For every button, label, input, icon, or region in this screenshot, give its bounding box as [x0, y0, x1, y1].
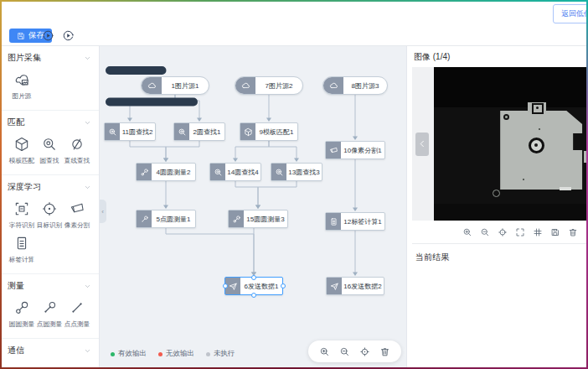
plate-stub — [584, 151, 586, 163]
image-toolbar — [412, 221, 588, 244]
tool-label: 圆圆测量 — [8, 320, 34, 328]
send-icon — [330, 282, 339, 291]
sidebar-collapse-handle[interactable]: ‹ — [99, 200, 106, 223]
node-n10[interactable]: 10像素分割1 — [325, 141, 385, 159]
legend-dot — [158, 352, 162, 356]
line-search-icon — [69, 136, 85, 153]
device-icon — [13, 364, 30, 369]
grid-icon[interactable] — [533, 227, 543, 237]
sidebar-section-title: 深度学习 — [8, 181, 41, 193]
back-to-lowcode-button[interactable]: 返回低代 — [553, 4, 588, 23]
node-n16[interactable]: 16发送数据2 — [326, 277, 384, 295]
expand-icon[interactable] — [515, 227, 525, 237]
node-n4[interactable]: 4圆圆测量2 — [136, 163, 196, 181]
tool-measure-cc[interactable]: 圆圆测量 — [8, 299, 35, 329]
sidebar-section-items: 模板匹配圆查找直线查找 — [8, 136, 91, 170]
menu-icon[interactable] — [26, 8, 39, 20]
doc-icon — [326, 213, 341, 230]
zoom-out-icon[interactable] — [480, 227, 490, 237]
tool-measure-pc[interactable]: 点圆测量 — [35, 299, 63, 329]
node-label: 6发送数据1 — [240, 278, 282, 294]
tool-doc[interactable]: 标签计算 — [8, 235, 35, 264]
zoom-in-icon[interactable] — [462, 227, 472, 237]
bearing-ring — [529, 138, 544, 153]
plate-foot-detail — [493, 190, 500, 197]
legend-label: 有效输出 — [118, 349, 147, 359]
run-button[interactable] — [42, 29, 54, 42]
node-n12[interactable]: 12标签计算1 — [325, 212, 385, 231]
tool-segment[interactable]: 像素分割 — [63, 200, 90, 230]
run-once-button[interactable] — [62, 29, 75, 42]
trash-icon[interactable] — [568, 227, 578, 237]
tool-label: 点圆测量 — [36, 320, 61, 328]
measure-pp-icon — [69, 299, 85, 316]
zoom-out-icon[interactable] — [339, 346, 350, 357]
floppy-icon[interactable] — [550, 227, 560, 237]
node-n15[interactable]: 15圆圆测量3 — [228, 210, 288, 228]
right-panel: 图像 (1/4) 当前结果 — [406, 46, 588, 369]
port-top[interactable] — [251, 275, 256, 280]
zoom-in-icon[interactable] — [319, 346, 330, 357]
app-window: 返回低代 保存 图片采集图片源匹配模板匹配圆查找直线查找深度学习字符识别目标识别… — [0, 0, 588, 369]
node-label: 13圆查找3 — [286, 164, 322, 180]
tool-line-search[interactable]: 直线查找 — [63, 136, 90, 165]
tool-label: 像素分割 — [64, 221, 89, 229]
tool-circle-search[interactable]: 圆查找 — [35, 136, 63, 165]
image-dark-band — [434, 67, 586, 107]
sidebar-section-items — [8, 364, 91, 369]
inspection-image — [434, 67, 586, 221]
sidebar-section-header[interactable]: 深度学习 — [8, 181, 91, 193]
tool-ocr[interactable]: 字符识别 — [8, 200, 35, 230]
measure-cc-icon — [140, 168, 149, 177]
prev-image-button[interactable] — [415, 133, 429, 156]
sidebar-section-header[interactable]: 通信 — [8, 345, 91, 356]
chevron-down-icon — [84, 347, 91, 355]
segment-icon — [69, 200, 85, 217]
node-n14[interactable]: 14圆查找4 — [209, 163, 261, 181]
measure-cc-icon — [13, 299, 30, 316]
chevron-left-icon — [418, 139, 427, 148]
port-right[interactable] — [281, 283, 286, 288]
node-n8[interactable]: 8图片源3 — [322, 76, 388, 95]
trash-icon[interactable] — [379, 346, 390, 357]
tool-cube[interactable]: 模板匹配 — [8, 136, 35, 165]
port-bottom[interactable] — [251, 293, 256, 298]
image-viewer — [412, 67, 586, 221]
play-circle-icon — [42, 29, 54, 42]
legend-dot — [111, 352, 115, 356]
app-header: 返回低代 — [0, 0, 588, 28]
segment-icon — [329, 146, 338, 155]
chevron-down-icon — [84, 283, 91, 290]
node-label: 16发送数据2 — [342, 278, 384, 294]
segment-icon — [326, 142, 341, 159]
save-icon — [17, 32, 25, 40]
target-icon — [41, 200, 58, 217]
node-n6[interactable]: 6发送数据1 — [224, 277, 283, 295]
circle-search-icon — [210, 164, 225, 180]
legend-label: 无效输出 — [166, 349, 194, 359]
node-n13[interactable]: 13圆查找3 — [271, 163, 322, 181]
sidebar-section-items: 圆圆测量点圆测量点点测量 — [8, 299, 91, 334]
toolbar: 保存 — [0, 27, 588, 46]
sidebar-section-items: 字符识别目标识别像素分割标签计算 — [8, 200, 91, 269]
legend-item: 有效输出 — [111, 349, 147, 359]
tool-measure-pp[interactable]: 点点测量 — [63, 299, 90, 329]
sidebar-section-title: 通信 — [8, 345, 24, 356]
locate-icon[interactable] — [498, 227, 508, 237]
tool-device[interactable] — [8, 364, 35, 369]
port-left[interactable] — [223, 283, 228, 288]
bright-reflection — [560, 187, 571, 190]
measure-cc-icon — [229, 210, 244, 227]
locate-icon[interactable] — [359, 346, 370, 357]
tool-target[interactable]: 目标识别 — [35, 200, 63, 230]
status-legend: 有效输出无效输出未执行 — [111, 349, 235, 359]
node-n5[interactable]: 5点圆测量1 — [136, 210, 196, 228]
cloud-icon — [329, 81, 338, 91]
legend-dot — [206, 352, 210, 356]
sidebar-section-3: 测量圆圆测量点圆测量点点测量 — [0, 274, 99, 339]
circle-search-icon — [271, 164, 286, 180]
play-once-circle-icon — [62, 29, 75, 42]
cube-icon — [13, 136, 30, 153]
sidebar-section-header[interactable]: 测量 — [8, 280, 91, 292]
image-panel-title: 图像 (1/4) — [407, 46, 588, 67]
